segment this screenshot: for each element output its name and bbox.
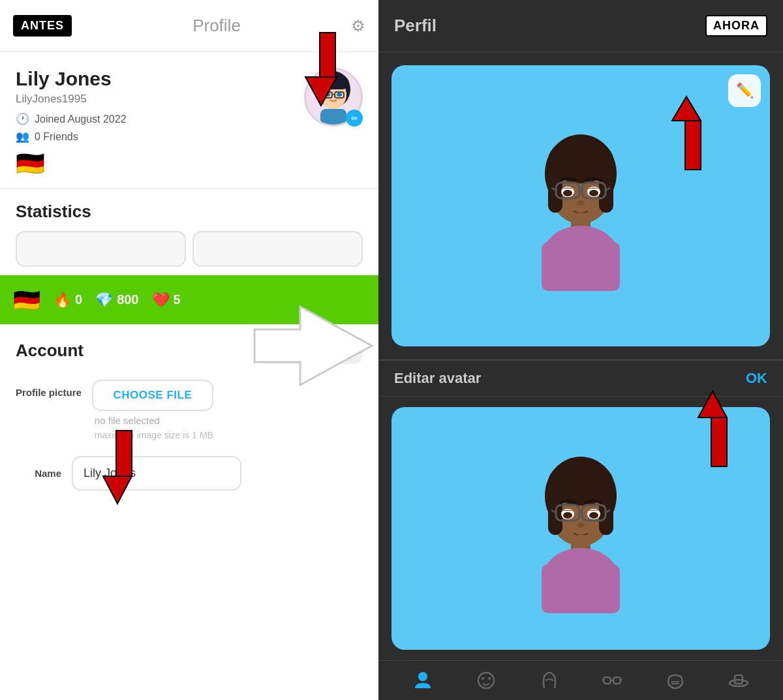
edit-pencil-btn[interactable]: ✏️: [728, 74, 761, 107]
bar-flag: 🇩🇪: [13, 287, 40, 313]
icon-tab-hat[interactable]: [728, 670, 749, 691]
icons-bar: [378, 660, 783, 700]
icon-tab-glasses[interactable]: [602, 670, 622, 691]
right-panel: Perfil AHORA: [378, 0, 783, 700]
fire-icon: 🔥: [54, 292, 71, 309]
heart-stat: ❤️ 5: [152, 292, 181, 309]
svg-rect-8: [320, 109, 346, 125]
gem-count: 800: [117, 292, 138, 307]
svg-line-55: [621, 679, 622, 680]
profile-title: Profile: [82, 16, 351, 36]
joined-text: Joined August 2022: [35, 114, 127, 125]
profile-picture-controls: CHOOSE FILE no file selected maximum ima…: [92, 380, 213, 440]
stats-cards: [16, 231, 363, 267]
profile-section: Lily Jones LilyJones1995 🕐 Joined August…: [0, 52, 378, 189]
flag-emoji: 🇩🇪: [16, 150, 294, 177]
edit-avatar-title: Editar avatar: [394, 370, 481, 387]
svg-rect-12: [542, 242, 620, 291]
stat-card-1: [16, 231, 186, 267]
stat-card-2: [192, 231, 363, 267]
statistics-title: Statistics: [16, 202, 363, 222]
ahora-badge: AHORA: [705, 15, 767, 37]
avatar-display-area-bottom: [392, 407, 770, 650]
icon-tab-hair[interactable]: [539, 670, 560, 691]
svg-point-6: [325, 93, 330, 97]
friends-item: 👥 0 Friends: [16, 130, 294, 144]
no-file-text: no file selected: [92, 415, 213, 426]
profile-picture-label: Profile picture: [16, 380, 82, 399]
heart-icon: ❤️: [152, 292, 170, 309]
svg-point-47: [418, 672, 427, 681]
profile-info: Lily Jones LilyJones1995 🕐 Joined August…: [16, 68, 294, 177]
name-label: Name: [16, 468, 61, 479]
svg-point-25: [589, 190, 598, 196]
heart-count: 5: [174, 292, 181, 307]
svg-rect-51: [604, 677, 611, 684]
svg-rect-2: [318, 76, 349, 89]
svg-point-50: [488, 677, 491, 680]
avatar-container: ✏: [304, 68, 363, 127]
account-title: Account: [16, 341, 255, 361]
svg-point-24: [563, 190, 572, 196]
svg-point-7: [337, 93, 342, 97]
icon-tab-mask[interactable]: [665, 670, 686, 691]
ok-button[interactable]: OK: [746, 370, 767, 387]
gear-icon[interactable]: ⚙: [351, 17, 365, 35]
fire-stat: 🔥 0: [54, 292, 82, 309]
icon-tab-person[interactable]: [412, 670, 433, 691]
profile-name: Lily Jones: [16, 68, 294, 90]
icon-tab-face[interactable]: [476, 670, 497, 691]
left-header: ANTES Profile ⚙: [0, 0, 378, 52]
right-header: Perfil AHORA: [378, 0, 783, 52]
svg-rect-52: [613, 677, 621, 684]
edit-avatar-header: Editar avatar OK: [378, 361, 783, 397]
avatar-edit-btn[interactable]: ✏: [346, 110, 363, 127]
name-row: Name: [16, 456, 363, 491]
svg-point-44: [589, 512, 598, 519]
gem-icon: 💎: [95, 292, 113, 309]
green-bar: 🇩🇪 🔥 0 💎 800 ❤️ 5: [0, 275, 378, 324]
account-header: Account SAVE CHANGES: [16, 337, 363, 364]
account-section: Account SAVE CHANGES Profile picture CHO…: [0, 324, 378, 700]
svg-point-46: [569, 535, 592, 545]
profile-picture-row: Profile picture CHOOSE FILE no file sele…: [16, 380, 363, 440]
avatar-display-area-top: ✏️: [392, 65, 770, 346]
svg-point-45: [577, 523, 585, 528]
svg-rect-31: [542, 564, 620, 613]
svg-point-48: [478, 673, 494, 688]
svg-point-26: [577, 200, 585, 205]
profile-username: LilyJones1995: [16, 93, 294, 106]
name-input[interactable]: [72, 456, 241, 491]
antes-badge: ANTES: [13, 15, 72, 37]
friends-text: 0 Friends: [35, 131, 78, 143]
svg-line-54: [602, 679, 604, 680]
svg-point-43: [563, 512, 572, 519]
save-changes-button[interactable]: SAVE CHANGES: [255, 337, 363, 364]
avatar-edit-section: ✏️: [378, 52, 783, 359]
svg-point-27: [569, 213, 592, 223]
statistics-section: Statistics: [0, 189, 378, 275]
profile-meta: 🕐 Joined August 2022 👥 0 Friends: [16, 112, 294, 144]
gem-stat: 💎 800: [95, 292, 138, 309]
joined-item: 🕐 Joined August 2022: [16, 112, 294, 126]
edit-avatar-section: Editar avatar OK: [378, 361, 783, 700]
choose-file-button[interactable]: CHOOSE FILE: [92, 380, 213, 411]
svg-point-49: [482, 677, 484, 680]
perfil-title: Perfil: [394, 16, 437, 36]
clock-icon: 🕐: [16, 112, 29, 126]
left-panel: ANTES Profile ⚙ Lily Jones LilyJones1995…: [0, 0, 378, 700]
fire-count: 0: [75, 292, 82, 307]
friends-icon: 👥: [16, 130, 29, 144]
max-size-text: maximum image size is 1 MB: [92, 430, 213, 440]
